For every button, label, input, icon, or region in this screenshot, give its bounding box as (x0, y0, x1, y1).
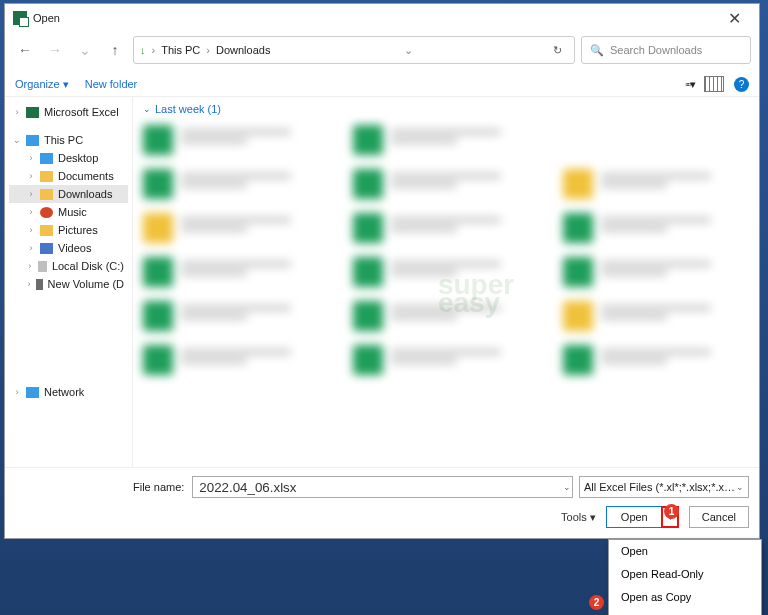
help-button[interactable]: ? (734, 77, 749, 92)
menu-open-readonly[interactable]: Open Read-Only (609, 563, 761, 586)
cancel-button[interactable]: Cancel (689, 506, 749, 528)
open-dialog: Open ✕ ← → ⌄ ↑ ↓ › This PC › Downloads ⌄… (4, 3, 760, 539)
file-item[interactable] (563, 257, 749, 287)
back-button[interactable]: ← (13, 38, 37, 62)
breadcrumb-root[interactable]: This PC (161, 44, 200, 56)
tree-item-music[interactable]: ›Music (9, 203, 128, 221)
dialog-title: Open (33, 12, 60, 24)
open-dropdown-menu: Open Open Read-Only Open as Copy Open in… (608, 539, 762, 615)
videos-icon (40, 243, 53, 254)
file-item[interactable] (353, 257, 539, 287)
download-icon: ↓ (140, 44, 146, 56)
refresh-button[interactable]: ↻ (547, 44, 568, 57)
search-icon: 🔍 (590, 44, 604, 57)
tools-button[interactable]: Tools ▾ (561, 511, 596, 524)
tree-item-localdisk[interactable]: ›Local Disk (C:) (9, 257, 128, 275)
search-placeholder: Search Downloads (610, 44, 702, 56)
disk-icon (38, 261, 47, 272)
menu-open-as-copy[interactable]: Open as Copy (609, 586, 761, 609)
disk-icon (36, 279, 43, 290)
open-button[interactable]: Open (607, 507, 662, 527)
file-item[interactable] (563, 169, 749, 199)
titlebar: Open ✕ (5, 4, 759, 32)
up-button[interactable]: ↑ (103, 38, 127, 62)
desktop-icon (40, 153, 53, 164)
dialog-body: ›Microsoft Excel ⌄This PC ›Desktop ›Docu… (5, 97, 759, 467)
tree-item-thispc[interactable]: ⌄This PC (9, 131, 128, 149)
recent-chevron-icon[interactable]: ⌄ (73, 38, 97, 62)
file-item[interactable] (143, 301, 329, 331)
file-item[interactable] (563, 345, 749, 375)
filename-input[interactable] (192, 476, 573, 498)
tree-item-videos[interactable]: ›Videos (9, 239, 128, 257)
file-item[interactable] (353, 125, 539, 155)
preview-pane-button[interactable] (704, 76, 724, 92)
forward-button[interactable]: → (43, 38, 67, 62)
file-item[interactable] (563, 213, 749, 243)
tree-item-desktop[interactable]: ›Desktop (9, 149, 128, 167)
close-button[interactable]: ✕ (718, 7, 751, 30)
file-item[interactable] (143, 345, 329, 375)
tree-item-downloads[interactable]: ›Downloads (9, 185, 128, 203)
annotation-marker-2: 2 (589, 595, 604, 610)
file-item[interactable] (143, 213, 329, 243)
view-options-icon[interactable]: ▫▫ ▾ (685, 78, 694, 91)
file-type-select[interactable]: All Excel Files (*.xl*;*.xlsx;*.xlsm⌄ (579, 476, 749, 498)
music-icon (40, 207, 53, 218)
filename-label: File name: (133, 481, 184, 493)
file-item[interactable] (353, 213, 539, 243)
tree-item-excel[interactable]: ›Microsoft Excel (9, 103, 128, 121)
address-dropdown-icon[interactable]: ⌄ (400, 44, 417, 57)
file-list[interactable]: ⌄Last week (1) sup (133, 97, 759, 467)
pictures-icon (40, 225, 53, 236)
file-item[interactable] (353, 345, 539, 375)
address-bar[interactable]: ↓ › This PC › Downloads ⌄ ↻ (133, 36, 575, 64)
new-folder-button[interactable]: New folder (85, 78, 138, 90)
nav-row: ← → ⌄ ↑ ↓ › This PC › Downloads ⌄ ↻ 🔍 Se… (5, 32, 759, 72)
tree-item-documents[interactable]: ›Documents (9, 167, 128, 185)
network-icon (26, 387, 39, 398)
excel-icon (26, 107, 39, 118)
menu-open-in-browser: Open in Browser (609, 609, 761, 615)
folder-icon (40, 171, 53, 182)
tree-item-network[interactable]: ›Network (9, 383, 128, 401)
annotation-marker-1: 1 (664, 504, 679, 519)
menu-open[interactable]: Open (609, 540, 761, 563)
file-item[interactable] (563, 301, 749, 331)
breadcrumb-separator: › (206, 44, 210, 56)
excel-icon (13, 11, 27, 25)
search-input[interactable]: 🔍 Search Downloads (581, 36, 751, 64)
file-item[interactable] (353, 169, 539, 199)
toolbar: Organize ▾ New folder ▫▫ ▾ ? (5, 72, 759, 97)
tree-item-newvolume[interactable]: ›New Volume (D (9, 275, 128, 293)
filename-dropdown-icon[interactable]: ⌄ (563, 482, 571, 492)
folder-icon (40, 189, 53, 200)
file-item[interactable] (353, 301, 539, 331)
pc-icon (26, 135, 39, 146)
file-item[interactable] (143, 257, 329, 287)
tree-item-pictures[interactable]: ›Pictures (9, 221, 128, 239)
dialog-footer: File name: ⌄ All Excel Files (*.xl*;*.xl… (5, 467, 759, 538)
file-item[interactable] (143, 169, 329, 199)
organize-button[interactable]: Organize ▾ (15, 78, 69, 91)
group-header[interactable]: ⌄Last week (1) (143, 103, 749, 115)
file-tiles (143, 125, 749, 375)
breadcrumb-folder[interactable]: Downloads (216, 44, 270, 56)
breadcrumb-separator: › (152, 44, 156, 56)
folder-tree: ›Microsoft Excel ⌄This PC ›Desktop ›Docu… (5, 97, 133, 467)
file-item[interactable] (143, 125, 329, 155)
